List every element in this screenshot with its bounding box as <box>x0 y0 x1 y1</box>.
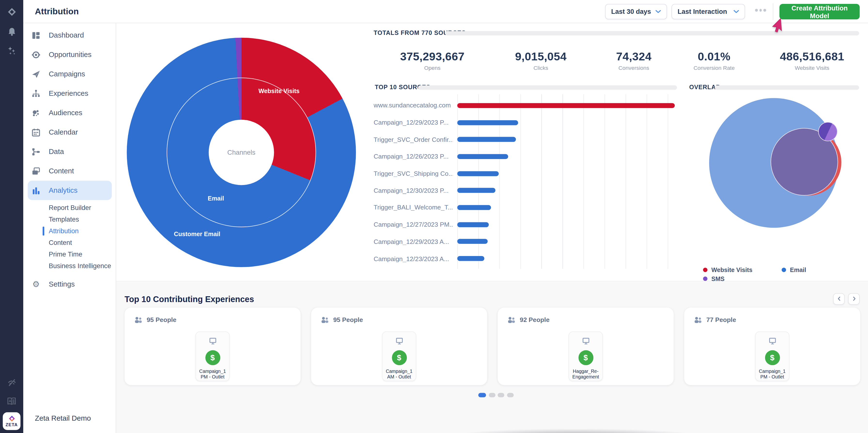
source-row[interactable]: Campaign_12/26/2023 P... <box>374 148 679 165</box>
signal-icon[interactable] <box>0 375 23 390</box>
sidebar-item-opportunities[interactable]: Opportunities <box>28 45 112 64</box>
experience-node: $Campaign_1AM - Outlet <box>382 331 416 381</box>
source-row[interactable]: Trigger_SVC_Shipping Co... <box>374 165 679 182</box>
source-label[interactable]: Campaign_12/30/2023 P... <box>374 187 453 194</box>
calendar-icon <box>31 128 40 137</box>
source-row[interactable]: Campaign_12/29/2023 A... <box>374 233 679 250</box>
source-label[interactable]: Campaign_12/29/2023 A... <box>374 238 453 244</box>
sidebar-subitem-business-intelligence[interactable]: Business Intelligence <box>23 260 116 271</box>
source-row[interactable]: www.sundancecatalog.com <box>374 97 679 114</box>
pagination-dot-2[interactable] <box>489 393 495 397</box>
people-count: 92 People <box>507 316 550 324</box>
monitor-icon <box>209 337 217 345</box>
sidebar-item-experiences[interactable]: Experiences <box>28 84 112 103</box>
source-label[interactable]: Trigger_BALI_Welcome_T... <box>374 204 453 211</box>
ai-sparkles-icon[interactable] <box>0 43 23 58</box>
sidebar-subitem-templates[interactable]: Templates <box>23 213 116 225</box>
sidebar-subitem-label: Templates <box>49 215 79 223</box>
people-icon <box>320 316 330 324</box>
sidebar-sublist-analytics: Report BuilderTemplatesAttributionConten… <box>23 202 116 271</box>
sidebar-item-calendar[interactable]: Calendar <box>28 122 112 142</box>
monitor-icon <box>395 337 403 345</box>
source-label[interactable]: Trigger_SVC_Shipping Co... <box>374 170 453 177</box>
stat-label: Website Visits <box>751 65 868 71</box>
pagination-dot-1[interactable] <box>478 393 486 397</box>
sidebar-item-analytics[interactable]: Analytics <box>28 181 112 200</box>
chevron-right-icon <box>850 295 857 302</box>
zeta-diamond-logo-icon[interactable] <box>0 4 23 20</box>
date-range-select[interactable]: Last 30 days <box>605 4 667 20</box>
conversion-dollar-icon: $ <box>392 350 407 365</box>
sidebar-item-settings[interactable]: ⚙Settings <box>28 274 112 294</box>
notifications-bell-icon[interactable] <box>0 24 23 39</box>
source-row[interactable]: Trigger_BALI_Welcome_T... <box>374 199 679 216</box>
topbar: Attribution Last 30 days Last Interactio… <box>23 0 868 23</box>
segment-label-email: Email <box>208 195 224 202</box>
svg-text:A: A <box>9 399 11 403</box>
monitor-icon <box>768 337 776 345</box>
chevron-down-icon <box>655 10 661 13</box>
source-label[interactable]: Trigger_SVC_Order Confir... <box>374 136 453 143</box>
carousel-next-button[interactable] <box>848 293 860 305</box>
source-label[interactable]: www.sundancecatalog.com <box>374 102 453 109</box>
source-row[interactable]: Campaign_12/29/2023 P... <box>374 114 679 131</box>
account-name[interactable]: Zeta Retail Demo <box>35 414 91 422</box>
knowledge-book-icon[interactable]: A <box>0 394 23 409</box>
experience-name: Haggar_Re-Engagement <box>572 368 599 380</box>
experience-card[interactable]: 77 People$Campaign_1PM - Outlet <box>684 307 860 385</box>
top-sources-chart: www.sundancecatalog.comCampaign_12/29/20… <box>374 97 679 268</box>
source-label[interactable]: Campaign_12/23/2023 A... <box>374 255 453 262</box>
sidebar-item-audiences[interactable]: Audiences <box>28 103 112 122</box>
source-bar <box>457 154 508 159</box>
experience-card[interactable]: 92 People$Haggar_Re-Engagement <box>498 307 674 385</box>
source-row[interactable]: Campaign_12/23/2023 A... <box>374 250 679 267</box>
people-count-text: 95 People <box>147 316 177 323</box>
segment-label-customer-email: Customer Email <box>174 231 220 237</box>
sidebar-item-label: Dashboard <box>49 31 84 39</box>
stat-opens: 375,293,667Opens <box>372 50 493 71</box>
legend-item-website-visits[interactable]: Website Visits <box>703 266 752 273</box>
source-bar <box>457 120 518 125</box>
sidebar-subitem-label: Report Builder <box>49 204 91 211</box>
source-label[interactable]: Campaign_12/26/2023 P... <box>374 153 453 160</box>
sidebar-subitem-attribution[interactable]: Attribution <box>23 225 116 237</box>
channels-sunburst-chart: Channels Website Visits Email Customer E… <box>127 37 356 267</box>
sidebar-item-data[interactable]: Data <box>28 142 112 161</box>
source-bar-track <box>457 239 679 244</box>
people-icon <box>693 316 703 324</box>
pagination-dot-4[interactable] <box>507 393 514 397</box>
sidebar-item-campaigns[interactable]: Campaigns <box>28 64 112 84</box>
sidebar-nav: DashboardOpportunitiesCampaignsExperienc… <box>23 25 116 294</box>
create-attribution-model-button[interactable]: Create Attribution Model <box>779 4 860 20</box>
legend-item-email[interactable]: Email <box>781 266 806 273</box>
people-count-text: 95 People <box>333 316 363 323</box>
attribution-model-select[interactable]: Last Interaction <box>672 4 745 20</box>
experience-card[interactable]: 95 People$Campaign_1AM - Outlet <box>311 307 487 385</box>
monitor-icon <box>582 337 590 345</box>
sidebar-subitem-prime-time[interactable]: Prime Time <box>23 248 116 260</box>
overlap-venn-chart: Website VisitsEmailSMS <box>703 95 868 267</box>
pagination-dot-3[interactable] <box>498 393 504 397</box>
source-label[interactable]: Campaign_12/27/2023 PM... <box>374 221 453 228</box>
legend-item-sms[interactable]: SMS <box>703 276 724 282</box>
conversion-dollar-icon: $ <box>205 350 220 365</box>
sidebar-subitem-label: Business Intelligence <box>49 262 111 269</box>
more-options-button[interactable] <box>753 6 768 13</box>
source-row[interactable]: Trigger_SVC_Order Confir... <box>374 131 679 148</box>
source-row[interactable]: Campaign_12/27/2023 PM... <box>374 216 679 233</box>
date-range-value: Last 30 days <box>611 8 651 16</box>
zeta-logo-tile[interactable]: ZETA <box>3 412 20 430</box>
sidebar-item-content[interactable]: Content <box>28 161 112 181</box>
sidebar-subitem-content[interactable]: Content <box>23 237 116 248</box>
experience-card[interactable]: 95 People$Campaign_1PM - Outlet <box>124 307 301 385</box>
sidebar-subitem-label: Prime Time <box>49 250 82 258</box>
chevron-down-icon <box>734 10 739 13</box>
carousel-prev-button[interactable] <box>833 293 845 305</box>
stat-label: Opens <box>372 65 493 71</box>
sunburst-center-label: Channels <box>227 149 255 156</box>
source-label[interactable]: Campaign_12/29/2023 P... <box>374 119 453 125</box>
sidebar-item-dashboard[interactable]: Dashboard <box>28 25 112 45</box>
sidebar-subitem-report-builder[interactable]: Report Builder <box>23 202 116 213</box>
source-bar-track <box>457 256 679 261</box>
source-row[interactable]: Campaign_12/30/2023 P... <box>374 182 679 199</box>
